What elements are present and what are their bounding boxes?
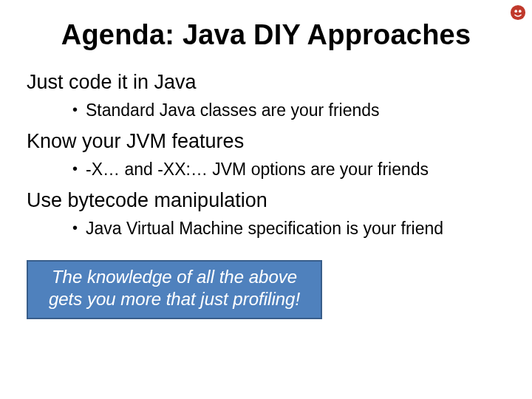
- agenda-item: Know your JVM features: [27, 128, 505, 154]
- slide-title: Agenda: Java DIY Approaches: [0, 0, 532, 64]
- devexperts-logo: [510, 4, 526, 21]
- bullet-icon: •: [72, 98, 86, 120]
- agenda-sub-list: • -X… and -XX:… JVM options are your fri…: [27, 157, 505, 182]
- agenda-sub-text: -X… and -XX:… JVM options are your frien…: [86, 157, 505, 182]
- slide: Agenda: Java DIY Approaches Just code it…: [0, 0, 532, 399]
- agenda-sub-text: Java Virtual Machine specification is yo…: [86, 216, 505, 241]
- bullet-icon: •: [72, 216, 86, 239]
- agenda-item: Use bytecode manipulation: [27, 187, 505, 214]
- agenda-sub-item: • Java Virtual Machine specification is …: [72, 216, 505, 241]
- callout-text: The knowledge of all the above gets you …: [38, 266, 310, 310]
- agenda-sub-list: • Standard Java classes are your friends: [27, 98, 505, 123]
- svg-point-2: [519, 10, 522, 13]
- agenda-sub-item: • -X… and -XX:… JVM options are your fri…: [72, 157, 505, 182]
- svg-point-1: [514, 10, 517, 13]
- agenda-sub-item: • Standard Java classes are your friends: [72, 98, 505, 123]
- agenda-sub-list: • Java Virtual Machine specification is …: [27, 216, 505, 241]
- callout-box: The knowledge of all the above gets you …: [27, 260, 322, 319]
- agenda-item: Just code it in Java: [27, 69, 505, 95]
- agenda-sub-text: Standard Java classes are your friends: [86, 98, 505, 123]
- svg-point-0: [511, 5, 525, 20]
- bullet-icon: •: [72, 157, 86, 180]
- content-area: Just code it in Java • Standard Java cla…: [0, 69, 532, 241]
